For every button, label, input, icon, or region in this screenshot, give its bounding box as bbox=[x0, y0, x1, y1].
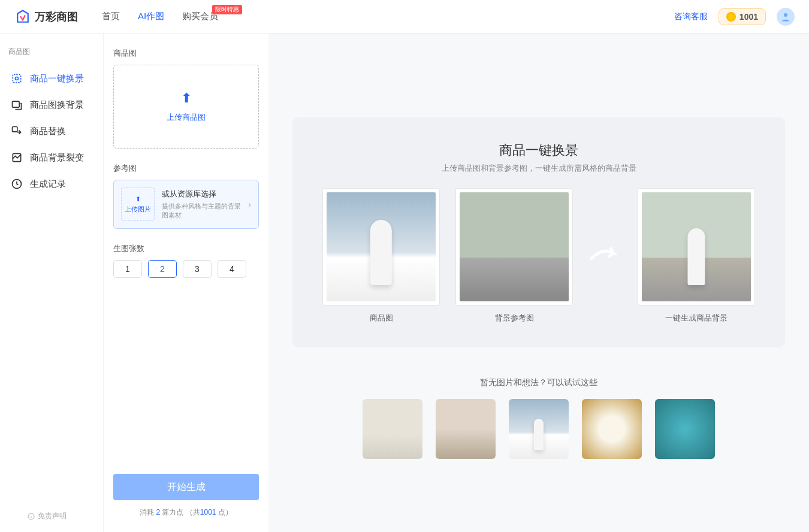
sample-3[interactable] bbox=[509, 399, 569, 459]
chevron-right-icon: › bbox=[248, 200, 251, 209]
count-1[interactable]: 1 bbox=[113, 260, 142, 278]
nav: 首页 AI作图 购买会员 限时特惠 bbox=[102, 11, 218, 22]
disclaimer[interactable]: 免责声明 bbox=[28, 511, 67, 521]
header: 万彩商图 首页 AI作图 购买会员 限时特惠 咨询客服 1001 bbox=[0, 0, 809, 34]
svg-point-0 bbox=[784, 13, 787, 17]
sample-row bbox=[363, 399, 715, 459]
logo-icon bbox=[14, 8, 31, 25]
count-4[interactable]: 4 bbox=[218, 260, 246, 278]
history-icon bbox=[11, 178, 23, 190]
sidebar-section: 商品图 bbox=[8, 47, 95, 57]
reference-select[interactable]: ⬆ 上传图片 或从资源库选择 提供多种风格与主题的背景图素材 › bbox=[113, 180, 259, 229]
reference-image-label: 参考图 bbox=[113, 163, 259, 174]
logo[interactable]: 万彩商图 bbox=[14, 8, 78, 25]
info-icon bbox=[28, 513, 35, 520]
sidebar: 商品图 商品一键换景 商品图换背景 商品替换 商品背景裂变 生成记录 免责声明 bbox=[0, 34, 103, 532]
example-reference: 背景参考图 bbox=[455, 188, 573, 324]
product-image-label: 商品图 bbox=[113, 48, 259, 59]
reference-upload-button[interactable]: ⬆ 上传图片 bbox=[121, 188, 155, 221]
main-area: 商品一键换景 上传商品图和背景参考图，一键生成所需风格的商品背景 商品图 背景参… bbox=[268, 34, 809, 532]
logo-text: 万彩商图 bbox=[35, 10, 78, 24]
nav-ai-draw[interactable]: AI作图 bbox=[138, 11, 164, 22]
control-panel: 商品图 ⬆ 上传商品图 参考图 ⬆ 上传图片 或从资源库选择 提供多种风格与主题… bbox=[103, 34, 268, 532]
reference-library-option: 或从资源库选择 提供多种风格与主题的背景图素材 bbox=[162, 189, 241, 220]
hero-card: 商品一键换景 上传商品图和背景参考图，一键生成所需风格的商品背景 商品图 背景参… bbox=[292, 117, 785, 347]
avatar[interactable] bbox=[777, 8, 795, 26]
sample-5[interactable] bbox=[655, 399, 715, 459]
upload-product-image[interactable]: ⬆ 上传商品图 bbox=[113, 65, 259, 149]
sidebar-item-swap-scene[interactable]: 商品一键换景 bbox=[8, 65, 95, 92]
header-right: 咨询客服 1001 bbox=[674, 8, 795, 26]
svg-rect-1 bbox=[13, 74, 20, 82]
svg-point-2 bbox=[16, 77, 19, 80]
count-3[interactable]: 3 bbox=[183, 260, 212, 278]
nav-membership[interactable]: 购买会员 限时特惠 bbox=[182, 11, 218, 22]
example-result: 一键生成商品背景 bbox=[638, 188, 755, 324]
points-balance[interactable]: 1001 bbox=[719, 8, 766, 25]
nav-home[interactable]: 首页 bbox=[102, 11, 120, 22]
sample-4[interactable] bbox=[582, 399, 642, 459]
sample-2[interactable] bbox=[436, 399, 496, 459]
try-prompt: 暂无图片和想法？可以试试这些 bbox=[480, 377, 597, 388]
fission-icon bbox=[11, 152, 23, 164]
cost-info: 消耗 2 算力点 （共1001 点） bbox=[113, 507, 259, 518]
count-buttons: 1 2 3 4 bbox=[113, 260, 259, 278]
swap-scene-icon bbox=[11, 72, 23, 84]
svg-rect-3 bbox=[13, 101, 20, 107]
sidebar-item-bg-fission[interactable]: 商品背景裂变 bbox=[8, 144, 95, 171]
support-link[interactable]: 咨询客服 bbox=[674, 11, 708, 22]
hero-title: 商品一键换景 bbox=[322, 141, 755, 159]
sample-1[interactable] bbox=[363, 399, 422, 459]
user-icon bbox=[780, 11, 791, 22]
replace-icon bbox=[11, 125, 23, 137]
sidebar-item-change-bg[interactable]: 商品图换背景 bbox=[8, 92, 95, 118]
count-2[interactable]: 2 bbox=[148, 260, 177, 278]
promo-badge: 限时特惠 bbox=[212, 5, 242, 14]
coin-icon bbox=[726, 12, 736, 22]
upload-icon: ⬆ bbox=[135, 195, 141, 203]
start-generate-button[interactable]: 开始生成 bbox=[113, 474, 259, 500]
sidebar-item-history[interactable]: 生成记录 bbox=[8, 171, 95, 197]
upload-icon: ⬆ bbox=[181, 90, 192, 106]
svg-rect-4 bbox=[13, 127, 17, 132]
arrow-icon bbox=[588, 241, 622, 271]
hero-subtitle: 上传商品图和背景参考图，一键生成所需风格的商品背景 bbox=[322, 163, 755, 174]
change-bg-icon bbox=[11, 99, 23, 111]
example-product: 商品图 bbox=[322, 188, 440, 324]
panel-footer: 开始生成 消耗 2 算力点 （共1001 点） bbox=[113, 474, 259, 518]
sidebar-item-replace[interactable]: 商品替换 bbox=[8, 118, 95, 144]
count-label: 生图张数 bbox=[113, 243, 259, 254]
